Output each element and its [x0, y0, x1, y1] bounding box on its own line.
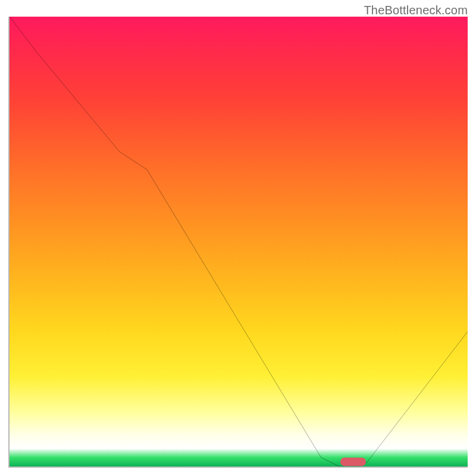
- bottleneck-curve: [10, 17, 468, 466]
- watermark-text: TheBottleneck.com: [364, 4, 468, 17]
- bottleneck-chart: TheBottleneck.com: [0, 0, 476, 476]
- x-axis: [8, 466, 468, 468]
- plot-area: [10, 17, 468, 466]
- optimal-marker: [340, 458, 366, 466]
- chart-overlay: [10, 17, 468, 466]
